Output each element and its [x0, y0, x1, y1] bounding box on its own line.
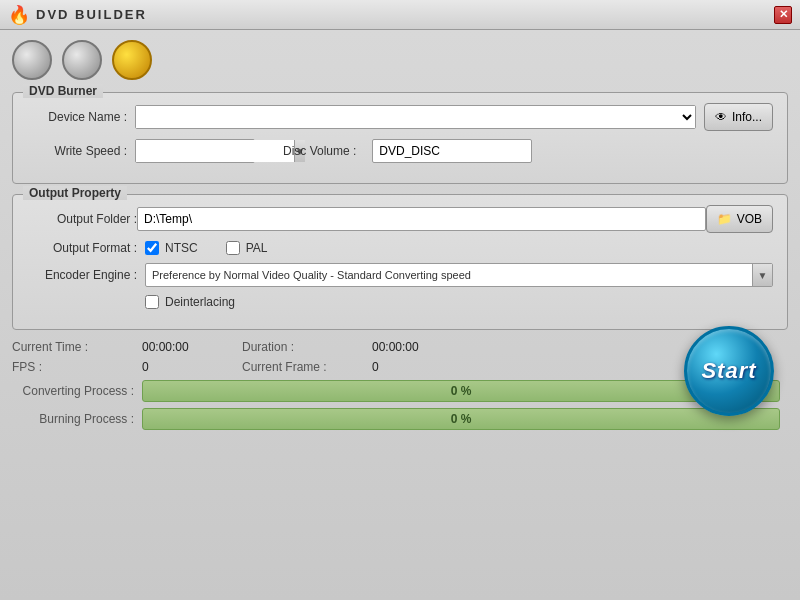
current-time-row: Current Time : 00:00:00 Duration : 00:00… — [12, 340, 788, 354]
deinterlacing-checkbox-row: Deinterlacing — [145, 295, 235, 309]
write-speed-input[interactable] — [136, 140, 294, 162]
encoder-engine-label: Encoder Engine : — [27, 268, 137, 282]
device-name-row: Device Name : 👁 Info... — [27, 103, 773, 131]
title-bar: 🔥 DVD BUILDER ✕ — [0, 0, 800, 30]
output-property-title: Output Property — [23, 186, 127, 200]
deinterlacing-checkbox[interactable] — [145, 295, 159, 309]
current-frame-value: 0 — [372, 360, 472, 374]
info-button-label: Info... — [732, 110, 762, 124]
start-button[interactable]: Start — [684, 326, 774, 416]
encoder-select-wrap: Preference by Normal Video Quality - Sta… — [145, 263, 773, 287]
converting-progress-value: 0 % — [451, 384, 472, 398]
device-name-label: Device Name : — [27, 110, 127, 124]
flame-icon: 🔥 — [8, 4, 30, 26]
title-bar-left: 🔥 DVD BUILDER — [8, 4, 147, 26]
output-folder-label: Output Folder : — [27, 212, 137, 226]
current-time-value: 00:00:00 — [142, 340, 242, 354]
burning-process-label: Burning Process : — [12, 412, 142, 426]
bottom-section: Current Time : 00:00:00 Duration : 00:00… — [12, 340, 788, 430]
ntsc-label: NTSC — [165, 241, 198, 255]
dvd-burner-group: DVD Burner Device Name : 👁 Info... Write… — [12, 92, 788, 184]
close-button[interactable]: ✕ — [774, 6, 792, 24]
output-folder-row: Output Folder : 📁 VOB — [27, 205, 773, 233]
toolbar-button-3[interactable] — [112, 40, 152, 80]
vob-button-label: VOB — [737, 212, 762, 226]
burning-progress-value: 0 % — [451, 412, 472, 426]
pal-checkbox-row: PAL — [226, 241, 268, 255]
dvd-burner-title: DVD Burner — [23, 84, 103, 98]
output-folder-input[interactable] — [137, 207, 706, 231]
toolbar-buttons — [12, 40, 788, 80]
deinterlacing-row: Deinterlacing — [145, 295, 773, 309]
info-button[interactable]: 👁 Info... — [704, 103, 773, 131]
encoder-engine-row: Encoder Engine : Preference by Normal Vi… — [27, 263, 773, 287]
output-property-group: Output Property Output Folder : 📁 VOB Ou… — [12, 194, 788, 330]
duration-value: 00:00:00 — [372, 340, 472, 354]
ntsc-checkbox[interactable] — [145, 241, 159, 255]
disc-volume-input[interactable] — [372, 139, 532, 163]
main-content: DVD Burner Device Name : 👁 Info... Write… — [0, 30, 800, 600]
disc-volume-label: Disc Volume : — [283, 144, 356, 158]
current-time-label: Current Time : — [12, 340, 142, 354]
eye-icon: 👁 — [715, 110, 727, 124]
fps-value: 0 — [142, 360, 242, 374]
vob-button[interactable]: 📁 VOB — [706, 205, 773, 233]
pal-label: PAL — [246, 241, 268, 255]
toolbar-button-2[interactable] — [62, 40, 102, 80]
toolbar-button-1[interactable] — [12, 40, 52, 80]
write-speed-select-wrap: ▼ — [135, 139, 255, 163]
converting-process-label: Converting Process : — [12, 384, 142, 398]
output-format-row: Output Format : NTSC PAL — [27, 241, 773, 255]
converting-process-row: Converting Process : 0 % — [12, 380, 788, 402]
device-name-select[interactable] — [136, 106, 695, 128]
write-speed-row: Write Speed : ▼ Disc Volume : — [27, 139, 773, 163]
duration-label: Duration : — [242, 340, 372, 354]
encoder-arrow[interactable]: ▼ — [752, 264, 772, 286]
fps-label: FPS : — [12, 360, 142, 374]
write-speed-label: Write Speed : — [27, 144, 127, 158]
ntsc-checkbox-row: NTSC — [145, 241, 198, 255]
folder-icon: 📁 — [717, 212, 732, 226]
burning-process-row: Burning Process : 0 % — [12, 408, 788, 430]
pal-checkbox[interactable] — [226, 241, 240, 255]
start-button-wrap: Start — [684, 326, 774, 416]
app-title: DVD BUILDER — [36, 7, 147, 22]
current-frame-label: Current Frame : — [242, 360, 372, 374]
encoder-value: Preference by Normal Video Quality - Sta… — [146, 267, 752, 283]
device-name-select-wrap — [135, 105, 696, 129]
deinterlacing-label: Deinterlacing — [165, 295, 235, 309]
fps-row: FPS : 0 Current Frame : 0 — [12, 360, 788, 374]
output-format-label: Output Format : — [27, 241, 137, 255]
